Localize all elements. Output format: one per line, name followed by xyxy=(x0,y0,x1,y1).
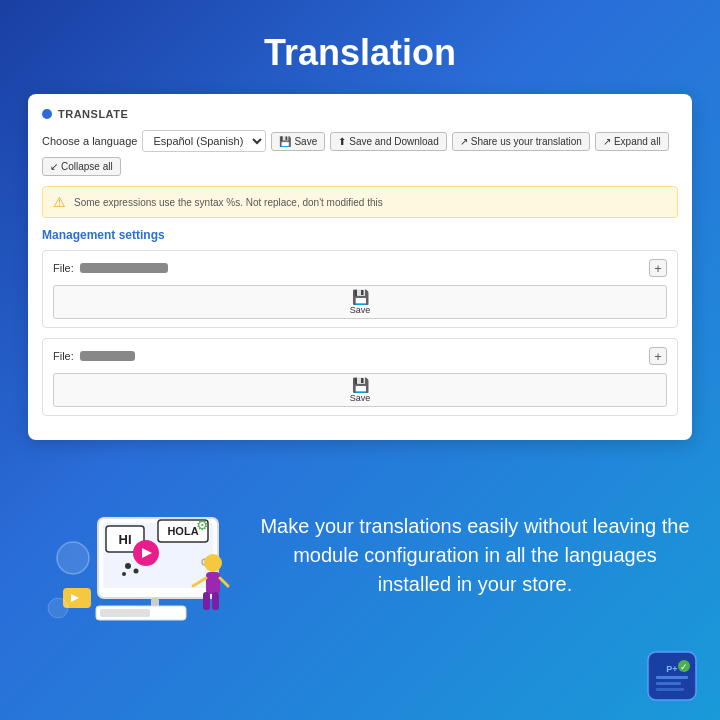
save-label: Save xyxy=(294,136,317,147)
language-select[interactable]: Español (Spanish) xyxy=(142,130,266,152)
file-row-1-header: File: + xyxy=(53,259,667,277)
page-title: Translation xyxy=(0,0,720,94)
save-button[interactable]: 💾 Save xyxy=(271,132,325,151)
svg-text:⚙: ⚙ xyxy=(196,517,209,533)
file-name-bar-2 xyxy=(80,351,135,361)
svg-point-10 xyxy=(125,563,131,569)
warning-banner: ⚠ Some expressions use the syntax %s. No… xyxy=(42,186,678,218)
promo-text: Make your translations easily without le… xyxy=(258,512,692,599)
bottom-section: HI HOLA ⚙ ⚙ xyxy=(28,458,692,653)
expand-label: Expand all xyxy=(614,136,661,147)
save-disk-icon-1: 💾 xyxy=(352,289,369,305)
collapse-all-button[interactable]: ↙ Collapse all xyxy=(42,157,121,176)
share-label: Share us your translation xyxy=(471,136,582,147)
expand-icon: ↗ xyxy=(603,136,611,147)
save-btn-label-2: Save xyxy=(350,393,371,403)
svg-rect-24 xyxy=(100,609,150,617)
save-btn-2[interactable]: 💾 Save xyxy=(53,373,667,407)
save-btn-1[interactable]: 💾 Save xyxy=(53,285,667,319)
expand-all-button[interactable]: ↗ Expand all xyxy=(595,132,669,151)
svg-text:P+: P+ xyxy=(666,664,677,674)
share-button[interactable]: ↗ Share us your translation xyxy=(452,132,590,151)
collapse-icon: ↙ xyxy=(50,161,58,172)
svg-point-15 xyxy=(204,554,222,572)
file-row-1: File: + 💾 Save xyxy=(42,250,678,328)
file-label-group-2: File: xyxy=(53,350,135,362)
plus-btn-2[interactable]: + xyxy=(649,347,667,365)
file-label-group-1: File: xyxy=(53,262,168,274)
management-settings-heading: Management settings xyxy=(42,228,678,242)
svg-point-12 xyxy=(122,572,126,576)
save-download-label: Save and Download xyxy=(349,136,439,147)
save-btn-label-1: Save xyxy=(350,305,371,315)
svg-rect-17 xyxy=(203,592,210,610)
svg-rect-30 xyxy=(656,682,681,685)
svg-rect-16 xyxy=(206,572,220,594)
warning-text: Some expressions use the syntax %s. Not … xyxy=(74,197,383,208)
translate-header: TRANSLATE xyxy=(42,108,678,120)
svg-rect-31 xyxy=(656,688,684,691)
svg-point-26 xyxy=(48,598,68,618)
svg-point-11 xyxy=(134,569,139,574)
svg-rect-18 xyxy=(212,592,219,610)
main-card: TRANSLATE Choose a language Español (Spa… xyxy=(28,94,692,440)
translate-dot xyxy=(42,109,52,119)
share-icon: ↗ xyxy=(460,136,468,147)
warning-icon: ⚠ xyxy=(53,194,66,210)
toolbar: Choose a language Español (Spanish) 💾 Sa… xyxy=(42,130,678,176)
choose-language-label: Choose a language xyxy=(42,135,137,147)
save-disk-icon-2: 💾 xyxy=(352,377,369,393)
collapse-label: Collapse all xyxy=(61,161,113,172)
file-row-2: File: + 💾 Save xyxy=(42,338,678,416)
svg-text:✓: ✓ xyxy=(680,662,688,672)
illustration: HI HOLA ⚙ ⚙ xyxy=(28,458,238,653)
svg-text:HOLA: HOLA xyxy=(167,525,198,537)
save-icon: 💾 xyxy=(279,136,291,147)
download-icon: ⬆ xyxy=(338,136,346,147)
file-row-2-header: File: + xyxy=(53,347,667,365)
badge-bottom-right: P+ ✓ xyxy=(646,650,698,702)
svg-point-25 xyxy=(57,542,89,574)
file-label-2: File: xyxy=(53,350,74,362)
file-label-1: File: xyxy=(53,262,74,274)
save-download-button[interactable]: ⬆ Save and Download xyxy=(330,132,447,151)
svg-line-20 xyxy=(220,578,228,586)
file-name-bar-1 xyxy=(80,263,168,273)
translate-label: TRANSLATE xyxy=(58,108,128,120)
svg-rect-29 xyxy=(656,676,688,679)
plus-btn-1[interactable]: + xyxy=(649,259,667,277)
svg-text:HI: HI xyxy=(119,532,132,547)
